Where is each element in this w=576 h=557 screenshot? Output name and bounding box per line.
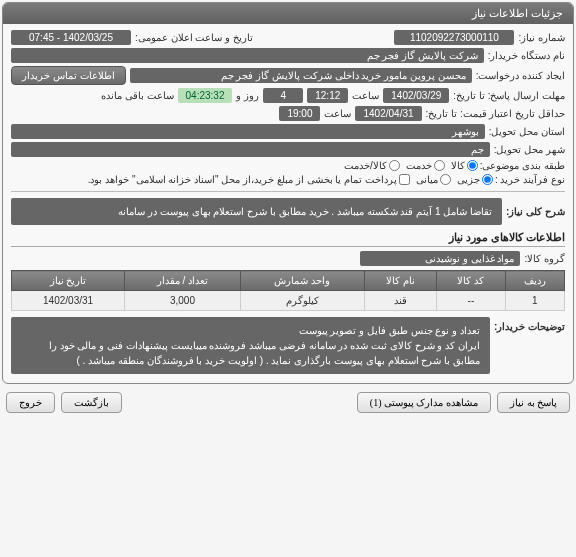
deadline-label: مهلت ارسال پاسخ: تا تاریخ:: [453, 90, 565, 101]
buytype-opt-0[interactable]: جزیی: [457, 174, 493, 185]
province-label: استان محل تحویل:: [489, 126, 565, 137]
need-no-label: شماره نیاز:: [518, 32, 565, 43]
buyer-org-label: نام دستگاه خریدار:: [488, 50, 565, 61]
treasury-checkbox[interactable]: [399, 174, 410, 185]
th-idx: ردیف: [505, 271, 564, 291]
buytype-opt-0-label: جزیی: [457, 174, 480, 185]
budget-radio-0[interactable]: [467, 160, 478, 171]
deadline-time: 12:12: [307, 88, 348, 103]
announce-label: تاریخ و ساعت اعلان عمومی:: [135, 32, 253, 43]
validity-label: حداقل تاریخ اعتبار قیمت: تا تاریخ:: [426, 108, 565, 119]
panel-body: شماره نیاز: 1102092273000110 تاریخ و ساع…: [3, 24, 573, 383]
need-no-value: 1102092273000110: [394, 30, 514, 45]
cell-unit: کیلوگرم: [240, 291, 364, 311]
th-date: تاریخ نیاز: [12, 271, 125, 291]
contact-button[interactable]: اطلاعات تماس خریدار: [11, 66, 126, 85]
table-header-row: ردیف کد کالا نام کالا واحد شمارش تعداد /…: [12, 271, 565, 291]
cell-qty: 3,000: [125, 291, 241, 311]
th-code: کد کالا: [437, 271, 506, 291]
budget-opt-0-label: کالا: [451, 160, 465, 171]
goods-table: ردیف کد کالا نام کالا واحد شمارش تعداد /…: [11, 270, 565, 311]
validity-date: 1402/04/31: [355, 106, 421, 121]
goods-section-title: اطلاعات کالاهای مورد نیاز: [11, 231, 565, 247]
budget-opt-2[interactable]: کالا/خدمت: [344, 160, 400, 171]
deadline-date: 1402/03/29: [383, 88, 449, 103]
announce-value: 1402/03/25 - 07:45: [11, 30, 131, 45]
budget-opt-1[interactable]: خدمت: [406, 160, 445, 171]
deadline-days: 4: [263, 88, 303, 103]
requester-label: ایجاد کننده درخواست:: [476, 70, 565, 81]
reply-button[interactable]: پاسخ به نیاز: [497, 392, 570, 413]
buyer-notes-value: تعداد و نوع جنس طبق فایل و تصویر پیوست ا…: [11, 317, 490, 374]
cell-code: --: [437, 291, 506, 311]
budget-opt-0[interactable]: کالا: [451, 160, 478, 171]
countdown-value: 04:23:32: [178, 88, 233, 103]
remain-label: ساعت باقی مانده: [101, 90, 174, 101]
panel-title: جزئیات اطلاعات نیاز: [3, 3, 573, 24]
validity-time: 19:00: [279, 106, 320, 121]
province-value: بوشهر: [11, 124, 485, 139]
deadline-day-label: روز و: [236, 90, 259, 101]
need-desc-value: تقاضا شامل 1 آیتم قند شکسته میباشد . خری…: [11, 198, 502, 225]
exit-button[interactable]: خروج: [6, 392, 55, 413]
th-qty: تعداد / مقدار: [125, 271, 241, 291]
treasury-note: پرداخت تمام یا بخشی از مبلغ خرید،از محل …: [88, 174, 397, 185]
budget-label: طبقه بندی موضوعی:: [480, 160, 565, 171]
cell-idx: 1: [505, 291, 564, 311]
goods-group-value: مواد غذایی و نوشیدنی: [360, 251, 520, 266]
th-name: نام کالا: [364, 271, 436, 291]
attachments-button[interactable]: مشاهده مدارک پیوستی (1): [357, 392, 491, 413]
buyer-notes-label: توضیحات خریدار:: [494, 317, 565, 332]
validity-time-label: ساعت: [324, 108, 351, 119]
budget-radio-2[interactable]: [389, 160, 400, 171]
buyer-org-value: شرکت پالایش گاز فجر جم: [11, 48, 484, 63]
back-button[interactable]: بازگشت: [61, 392, 122, 413]
buytype-opt-1-label: میانی: [416, 174, 438, 185]
cell-name: قند: [364, 291, 436, 311]
buytype-radio-0[interactable]: [482, 174, 493, 185]
buytype-label: نوع فرآیند خرید :: [495, 174, 565, 185]
deadline-time-label: ساعت: [352, 90, 379, 101]
need-desc-label: شرح کلی نیاز:: [506, 206, 565, 217]
treasury-check[interactable]: پرداخت تمام یا بخشی از مبلغ خرید،از محل …: [88, 174, 410, 185]
budget-opt-1-label: خدمت: [406, 160, 432, 171]
requester-value: محسن پروین مامور خرید داخلی شرکت پالایش …: [130, 68, 472, 83]
budget-opt-2-label: کالا/خدمت: [344, 160, 387, 171]
th-unit: واحد شمارش: [240, 271, 364, 291]
cell-date: 1402/03/31: [12, 291, 125, 311]
city-label: شهر محل تحویل:: [494, 144, 565, 155]
buytype-radio-1[interactable]: [440, 174, 451, 185]
buytype-opt-1[interactable]: میانی: [416, 174, 451, 185]
details-panel: جزئیات اطلاعات نیاز شماره نیاز: 11020922…: [2, 2, 574, 384]
bottom-bar: پاسخ به نیاز مشاهده مدارک پیوستی (1) باز…: [0, 386, 576, 419]
table-row[interactable]: 1 -- قند کیلوگرم 3,000 1402/03/31: [12, 291, 565, 311]
city-value: جم: [11, 142, 490, 157]
budget-radio-1[interactable]: [434, 160, 445, 171]
goods-group-label: گروه کالا:: [524, 253, 565, 264]
